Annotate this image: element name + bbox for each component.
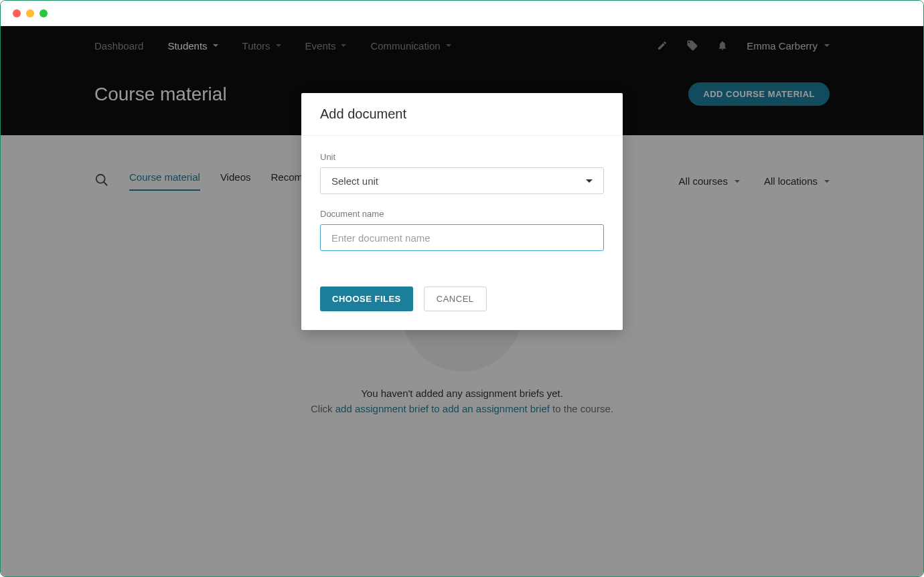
maximize-window-button[interactable] [40, 9, 48, 17]
document-name-field-group: Document name [320, 209, 604, 251]
unit-label: Unit [320, 152, 604, 162]
document-name-label: Document name [320, 209, 604, 219]
minimize-window-button[interactable] [26, 9, 34, 17]
chevron-down-icon [586, 179, 593, 183]
unit-select-value: Select unit [331, 175, 378, 187]
unit-field-group: Unit Select unit [320, 152, 604, 194]
window-frame: Dashboard Students Tutors Events [0, 0, 924, 577]
modal-footer: CHOOSE FILES CANCEL [301, 286, 623, 330]
unit-select[interactable]: Select unit [320, 167, 604, 194]
modal-title: Add document [301, 93, 623, 136]
close-window-button[interactable] [13, 9, 21, 17]
modal-overlay[interactable]: Add document Unit Select unit Document n… [1, 26, 923, 576]
title-bar [1, 1, 923, 26]
add-document-modal: Add document Unit Select unit Document n… [301, 93, 623, 330]
document-name-input[interactable] [320, 224, 604, 251]
modal-body: Unit Select unit Document name [301, 136, 623, 286]
choose-files-button[interactable]: CHOOSE FILES [320, 286, 413, 311]
cancel-button[interactable]: CANCEL [424, 286, 487, 311]
